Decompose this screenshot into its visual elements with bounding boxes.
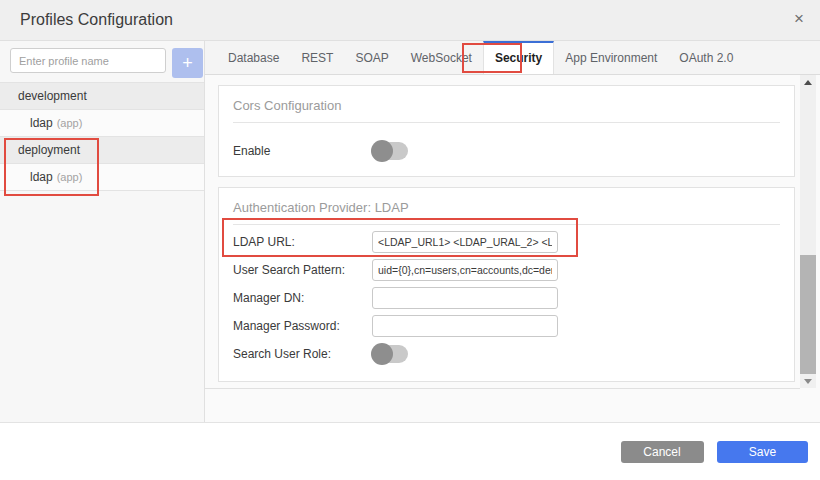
ldap-url-label: LDAP URL: — [233, 235, 372, 249]
app-suffix: (app) — [57, 117, 83, 129]
manager-password-label: Manager Password: — [233, 319, 372, 333]
profile-name-input[interactable] — [10, 48, 166, 73]
arrow-up-icon — [804, 80, 812, 85]
profile-label: deployment — [18, 143, 80, 157]
vertical-scrollbar — [800, 75, 816, 388]
tab-oauth[interactable]: OAuth 2.0 — [668, 41, 744, 74]
page-title: Profiles Configuration — [20, 11, 173, 29]
app-suffix: (app) — [57, 171, 83, 183]
save-button[interactable]: Save — [717, 441, 808, 463]
search-user-role-toggle[interactable] — [372, 345, 408, 363]
cors-configuration-card: Cors Configuration Enable — [218, 85, 795, 177]
ldap-url-input[interactable] — [372, 231, 558, 253]
cancel-button[interactable]: Cancel — [621, 441, 704, 463]
enable-label: Enable — [233, 144, 372, 158]
manager-dn-row: Manager DN: — [233, 287, 780, 309]
tab-bar: Database REST SOAP WebSocket Security Ap… — [205, 41, 820, 75]
tab-database[interactable]: Database — [217, 41, 290, 74]
toggle-knob — [371, 140, 393, 162]
add-profile-button[interactable]: + — [172, 48, 203, 78]
manager-dn-label: Manager DN: — [233, 291, 372, 305]
scroll-up-button[interactable] — [800, 75, 816, 89]
user-search-pattern-label: User Search Pattern: — [233, 263, 372, 277]
sidebar-item-development-ldap[interactable]: ldap(app) — [0, 110, 204, 137]
dialog-body: + development ldap(app) deployment ldap(… — [0, 41, 820, 423]
ldap-section-title: Authentication Provider: LDAP — [233, 200, 780, 215]
sidebar-item-deployment-ldap[interactable]: ldap(app) — [0, 164, 204, 191]
ldap-provider-card: Authentication Provider: LDAP LDAP URL: … — [218, 187, 795, 382]
sidebar-item-development[interactable]: development — [0, 83, 204, 110]
search-user-role-label: Search User Role: — [233, 347, 372, 361]
section-divider — [233, 224, 780, 225]
arrow-down-icon — [804, 379, 812, 384]
scroll-down-button[interactable] — [800, 374, 816, 388]
tab-soap[interactable]: SOAP — [344, 41, 399, 74]
user-search-pattern-row: User Search Pattern: — [233, 259, 780, 281]
settings-content: Database REST SOAP WebSocket Security Ap… — [205, 41, 820, 422]
tab-rest[interactable]: REST — [290, 41, 344, 74]
search-user-role-row: Search User Role: — [233, 343, 780, 365]
toggle-knob — [371, 343, 393, 365]
tab-app-environment[interactable]: App Environment — [554, 41, 668, 74]
user-search-pattern-input[interactable] — [372, 259, 558, 281]
profile-list: development ldap(app) deployment ldap(ap… — [0, 82, 204, 191]
settings-scroll-area: Cors Configuration Enable Authentication… — [205, 75, 800, 389]
cors-section-title: Cors Configuration — [233, 98, 780, 113]
app-label: ldap — [30, 116, 53, 130]
ldap-url-row: LDAP URL: — [233, 231, 780, 253]
tab-security[interactable]: Security — [483, 41, 554, 74]
section-divider — [233, 122, 780, 123]
cors-enable-toggle[interactable] — [372, 142, 408, 160]
dialog-footer: Cancel Save — [0, 424, 820, 480]
close-icon[interactable]: × — [789, 9, 809, 29]
manager-password-input[interactable] — [372, 315, 558, 337]
ldap-form: LDAP URL: User Search Pattern: Manager D… — [233, 231, 780, 365]
manager-dn-input[interactable] — [372, 287, 558, 309]
dialog-header: Profiles Configuration × — [0, 0, 820, 41]
app-label: ldap — [30, 170, 53, 184]
sidebar-item-deployment[interactable]: deployment — [0, 137, 204, 164]
profiles-sidebar: + development ldap(app) deployment ldap(… — [0, 41, 205, 422]
manager-password-row: Manager Password: — [233, 315, 780, 337]
profile-label: development — [18, 89, 87, 103]
tab-websocket[interactable]: WebSocket — [400, 41, 483, 74]
scrollbar-thumb[interactable] — [800, 255, 816, 374]
cors-enable-row: Enable — [233, 142, 780, 160]
profile-add-row: + — [0, 41, 204, 78]
